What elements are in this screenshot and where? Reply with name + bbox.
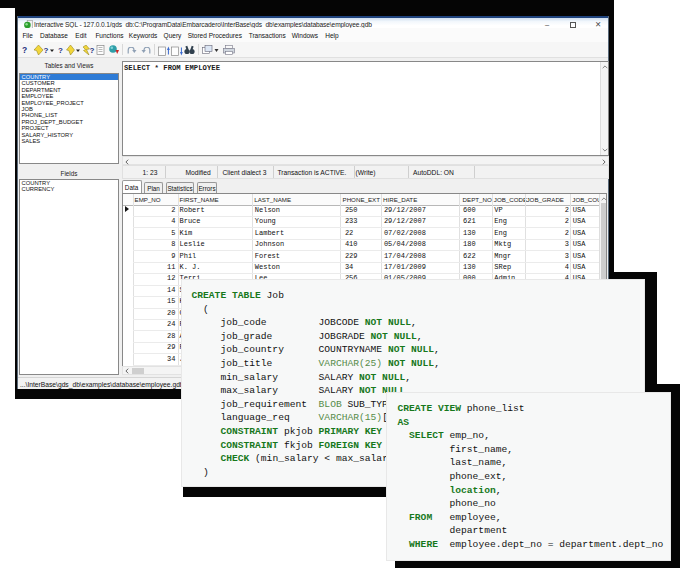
svg-text:?: ? — [90, 46, 95, 55]
svg-text:?: ? — [58, 46, 63, 55]
svg-text:?: ? — [44, 46, 49, 55]
